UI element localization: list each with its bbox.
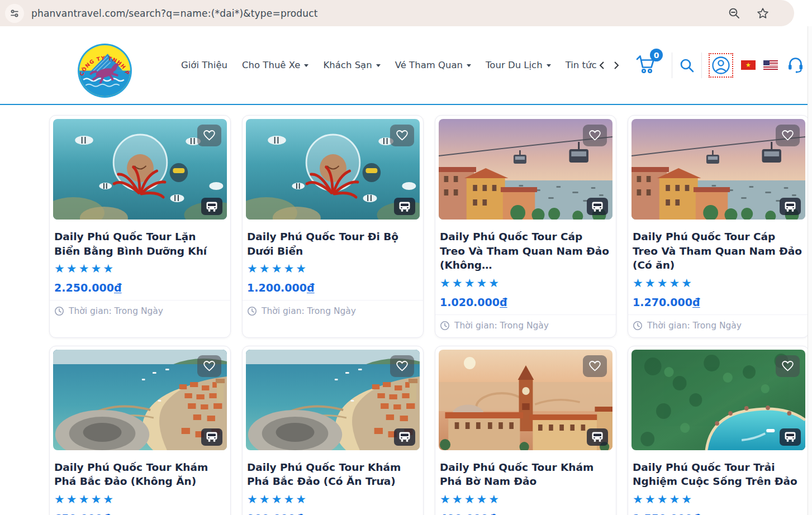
cart-button[interactable]: 0: [635, 54, 657, 77]
clock-icon: [633, 321, 643, 331]
header-actions: 0 ★: [598, 26, 812, 104]
clock-icon: [440, 321, 450, 331]
favorite-button[interactable]: [197, 355, 221, 377]
heart-icon: [781, 360, 794, 372]
bus-icon: [780, 428, 801, 446]
duration-row: Thời gian: Trong Ngày: [243, 300, 423, 323]
product-title[interactable]: Daily Phú Quốc Tour Khám Phá Bờ Nam Đảo: [435, 454, 616, 489]
product-price: 900.000đ: [243, 506, 423, 515]
rating-stars: ★★★★★: [628, 489, 809, 506]
product-image[interactable]: [53, 119, 227, 220]
zoom-out-icon[interactable]: [728, 7, 741, 20]
rating-stars: ★★★★★: [50, 258, 230, 275]
bookmark-star-icon[interactable]: [756, 7, 770, 20]
product-price: 490.000đ: [435, 506, 616, 515]
product-image[interactable]: [53, 350, 227, 450]
us-flag-icon[interactable]: [763, 60, 778, 70]
rating-stars: ★★★★★: [435, 273, 616, 290]
product-card[interactable]: Daily Phú Quốc Tour Cáp Treo Và Tham Qua…: [435, 115, 616, 338]
favorite-button[interactable]: [583, 355, 607, 377]
nav-item-label: Tour Du Lịch: [486, 60, 543, 70]
browser-bar: phanvantravel.com/search?q=name:(*dai*)&…: [0, 0, 812, 26]
product-price: 1.550.000đ: [628, 506, 809, 515]
rating-stars: ★★★★★: [243, 258, 423, 275]
nav-item[interactable]: Tour Du Lịch: [486, 60, 551, 70]
bus-icon: [201, 198, 222, 215]
duration-row: Thời gian: Trong Ngày: [50, 300, 230, 323]
site-settings-button[interactable]: [5, 4, 24, 23]
clock-icon: [247, 306, 257, 316]
bus-icon: [780, 198, 801, 215]
product-card[interactable]: Daily Phú Quốc Tour Lặn Biển Bằng Bình D…: [49, 115, 231, 338]
rating-stars: ★★★★★: [243, 489, 423, 506]
chevron-left-icon[interactable]: [598, 60, 606, 70]
duration-row: Thời gian: Trong Ngày: [435, 314, 616, 337]
product-card[interactable]: Daily Phú Quốc Tour Trải Nghiệm Cuộc Sốn…: [628, 346, 809, 515]
nav-item[interactable]: Cho Thuê Xe: [242, 60, 308, 70]
nav-item[interactable]: Vé Tham Quan: [395, 60, 471, 70]
search-button[interactable]: [679, 58, 695, 73]
nav-item-label: Vé Tham Quan: [395, 60, 463, 70]
headset-icon: [787, 57, 804, 73]
divider: [672, 53, 672, 78]
rating-stars: ★★★★★: [628, 273, 809, 290]
product-title[interactable]: Daily Phú Quốc Tour Trải Nghiệm Cuộc Sốn…: [628, 454, 809, 489]
product-image[interactable]: [246, 350, 420, 450]
product-image[interactable]: [439, 119, 612, 220]
product-card[interactable]: Daily Phú Quốc Tour Đi Bộ Dưới Biển ★★★★…: [242, 115, 424, 338]
bus-icon: [587, 198, 608, 215]
product-title[interactable]: Daily Phú Quốc Tour Khám Phá Bắc Đảo (Kh…: [50, 454, 230, 489]
tune-icon: [9, 8, 20, 19]
product-price: 1.020.000đ: [435, 290, 616, 308]
favorite-button[interactable]: [197, 125, 221, 146]
account-icon: [711, 56, 730, 75]
product-price: 1.270.000đ: [628, 290, 809, 308]
chevron-down-icon: [547, 64, 551, 67]
product-card[interactable]: Daily Phú Quốc Tour Khám Phá Bắc Đảo (Kh…: [49, 346, 231, 515]
duration-text: Thời gian: Trong Ngày: [262, 306, 356, 316]
product-price: 2.250.000đ: [50, 275, 230, 294]
heart-icon: [203, 130, 216, 141]
url-bar[interactable]: phanvantravel.com/search?q=name:(*dai*)&…: [0, 0, 794, 26]
product-title[interactable]: Daily Phú Quốc Tour Cáp Treo Và Tham Qua…: [628, 223, 809, 273]
product-image[interactable]: [439, 350, 612, 450]
bus-icon: [394, 198, 415, 215]
favorite-button[interactable]: [583, 125, 607, 146]
favorite-button[interactable]: [390, 125, 414, 146]
page-scrollbar[interactable]: [808, 26, 812, 515]
nav-item[interactable]: Giới Thiệu: [181, 60, 227, 70]
nav-item[interactable]: Tin tức: [566, 60, 597, 70]
product-title[interactable]: Daily Phú Quốc Tour Lặn Biển Bằng Bình D…: [50, 223, 230, 258]
product-title[interactable]: Daily Phú Quốc Tour Khám Phá Bắc Đảo (Có…: [243, 454, 423, 489]
favorite-button[interactable]: [776, 355, 800, 377]
nav-item-label: Giới Thiệu: [181, 60, 227, 70]
bus-icon: [394, 428, 415, 446]
favorite-button[interactable]: [776, 125, 800, 146]
favorite-button[interactable]: [390, 355, 414, 377]
product-image[interactable]: [246, 119, 420, 220]
vn-flag-icon[interactable]: ★: [741, 60, 756, 70]
nav-item[interactable]: Khách Sạn: [323, 60, 380, 70]
product-image[interactable]: [631, 350, 805, 450]
rating-stars: ★★★★★: [50, 489, 230, 506]
product-card[interactable]: Daily Phú Quốc Tour Khám Phá Bờ Nam Đảo …: [435, 346, 616, 515]
nav-item-label: Tin tức: [566, 60, 597, 70]
product-image[interactable]: [631, 119, 805, 220]
chevron-down-icon: [467, 64, 471, 67]
product-title[interactable]: Daily Phú Quốc Tour Đi Bộ Dưới Biển: [243, 223, 423, 258]
duration-text: Thời gian: Trong Ngày: [454, 321, 549, 331]
product-card[interactable]: Daily Phú Quốc Tour Cáp Treo Và Tham Qua…: [628, 115, 809, 338]
chevron-right-icon[interactable]: [612, 60, 620, 70]
site-logo[interactable]: CÔNG TY TNHH PHAN VÂN: [77, 42, 133, 99]
duration-text: Thời gian: Trong Ngày: [69, 306, 163, 316]
rating-stars: ★★★★★: [435, 489, 616, 506]
nav-item-label: Cho Thuê Xe: [242, 60, 300, 70]
bus-icon: [201, 428, 222, 446]
account-button[interactable]: [709, 53, 733, 78]
product-title[interactable]: Daily Phú Quốc Tour Cáp Treo Và Tham Qua…: [435, 223, 616, 273]
product-card[interactable]: Daily Phú Quốc Tour Khám Phá Bắc Đảo (Có…: [242, 346, 424, 515]
url-text[interactable]: phanvantravel.com/search?q=name:(*dai*)&…: [31, 8, 318, 19]
cart-count-badge: 0: [650, 49, 663, 61]
phan-van-logo-icon: CÔNG TY TNHH PHAN VÂN: [77, 42, 133, 99]
duration-row: Thời gian: Trong Ngày: [628, 314, 809, 337]
